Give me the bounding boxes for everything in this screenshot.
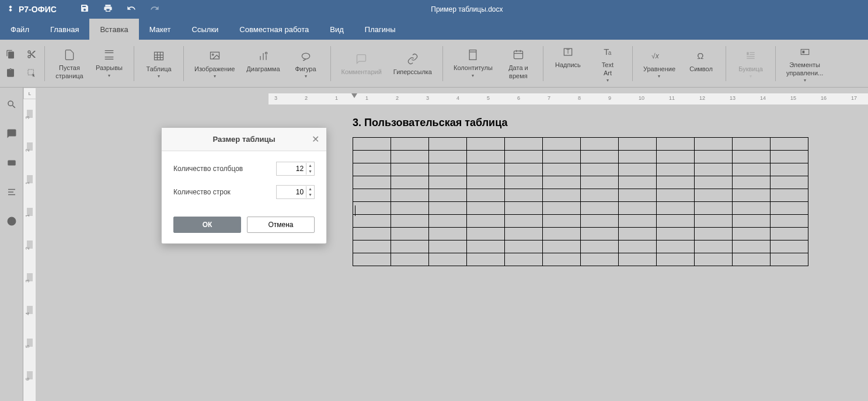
shape-button[interactable]: Фигура▾ <box>288 46 323 81</box>
menu-links[interactable]: Ссылки <box>182 19 229 40</box>
print-icon[interactable] <box>103 4 113 15</box>
cols-input[interactable] <box>277 165 306 173</box>
close-icon[interactable]: ✕ <box>312 134 319 145</box>
svg-text:√x: √x <box>651 52 660 60</box>
symbol-button[interactable]: Ω Символ <box>684 46 719 81</box>
svg-rect-35 <box>802 51 804 54</box>
headers-button[interactable]: Колонтитулы▾ <box>450 44 496 82</box>
chart-button[interactable]: Диаграмма <box>243 46 283 81</box>
headings-icon[interactable] <box>6 187 17 200</box>
svg-point-16 <box>302 53 309 59</box>
comment-button: Комментарий <box>338 48 385 78</box>
textbox-button[interactable]: T Надпись <box>550 41 585 85</box>
app-name: Р7-ОФИС <box>19 5 57 14</box>
horizontal-ruler[interactable]: 3211234567891011121314151617 <box>269 93 868 105</box>
indent-marker-icon[interactable] <box>351 93 357 99</box>
document-table[interactable] <box>353 137 808 266</box>
blank-page-button[interactable]: Пустая страница <box>52 44 87 82</box>
svg-rect-5 <box>155 52 163 60</box>
rows-spinner[interactable]: ▲▼ <box>276 185 315 199</box>
title-tools <box>80 4 159 15</box>
svg-point-11 <box>212 54 214 55</box>
textart-button[interactable]: Ta Text Art▾ <box>590 41 625 85</box>
menu-view[interactable]: Вид <box>319 19 354 40</box>
text-cursor <box>355 205 355 216</box>
controls-button[interactable]: Элементы управлени...▾ <box>783 41 827 85</box>
cut-icon[interactable] <box>25 47 39 61</box>
find-icon[interactable] <box>6 99 17 112</box>
document-heading[interactable]: 3. Пользовательская таблица <box>353 117 507 129</box>
menu-collab[interactable]: Совместная работа <box>229 19 319 40</box>
cancel-button[interactable]: Отмена <box>247 217 315 233</box>
paste-icon[interactable] <box>4 66 18 80</box>
menu-layout[interactable]: Макет <box>139 19 182 40</box>
ruler-corner: L <box>23 88 36 99</box>
undo-icon[interactable] <box>127 4 136 15</box>
save-icon[interactable] <box>80 4 89 15</box>
svg-text:Ω: Ω <box>697 51 703 61</box>
svg-rect-33 <box>747 52 748 55</box>
svg-rect-17 <box>470 50 477 60</box>
rows-label: Количество строк <box>173 188 231 196</box>
svg-rect-34 <box>801 50 809 55</box>
left-sidebar <box>0 88 23 401</box>
svg-rect-19 <box>514 51 522 59</box>
cols-up-icon[interactable]: ▲ <box>306 163 314 169</box>
cols-spinner[interactable]: ▲▼ <box>276 162 315 176</box>
menu-file[interactable]: Файл <box>0 19 40 40</box>
rows-up-icon[interactable]: ▲ <box>306 186 314 192</box>
menu-plugins[interactable]: Плагины <box>354 19 406 40</box>
ribbon: Пустая страница Разрывы▾ Таблица▾ Изобра… <box>0 40 868 88</box>
comments-icon[interactable] <box>6 128 17 141</box>
menubar: Файл Главная Вставка Макет Ссылки Совмес… <box>0 19 868 40</box>
ok-button[interactable]: ОК <box>173 217 241 233</box>
dialog-title: Размер таблицы <box>212 135 275 144</box>
rows-down-icon[interactable]: ▼ <box>306 192 314 198</box>
table-button[interactable]: Таблица▾ <box>141 46 176 81</box>
cols-down-icon[interactable]: ▼ <box>306 169 314 175</box>
table-size-dialog: Размер таблицы ✕ Количество столбцов ▲▼ … <box>161 127 327 244</box>
menu-home[interactable]: Главная <box>40 19 89 40</box>
image-button[interactable]: Изображение▾ <box>191 46 238 81</box>
chat-icon[interactable] <box>6 158 17 170</box>
breaks-button[interactable]: Разрывы▾ <box>92 44 127 82</box>
info-icon[interactable] <box>6 216 17 229</box>
svg-text:a: a <box>608 50 612 56</box>
cols-label: Количество столбцов <box>173 165 243 173</box>
vertical-ruler[interactable]: 321123456 <box>23 99 36 401</box>
equation-button[interactable]: √x Уравнение▾ <box>640 46 679 81</box>
redo-icon[interactable] <box>150 4 159 15</box>
dialog-header[interactable]: Размер таблицы ✕ <box>162 128 326 151</box>
copy-icon[interactable] <box>4 47 18 61</box>
app-logo: Р7-ОФИС <box>6 5 57 14</box>
hyperlink-button[interactable]: Гиперссылка <box>390 48 435 78</box>
dropcap-button: Буквица▾ <box>733 46 768 81</box>
document-title: Пример таблицы.docx <box>159 5 862 13</box>
datetime-button[interactable]: Дата и время <box>501 44 536 82</box>
select-icon[interactable] <box>25 66 39 80</box>
svg-rect-10 <box>210 52 219 59</box>
menu-insert[interactable]: Вставка <box>89 19 138 40</box>
svg-point-42 <box>11 219 12 219</box>
rows-input[interactable] <box>277 188 306 196</box>
logo-icon <box>6 5 15 14</box>
titlebar: Р7-ОФИС Пример таблицы.docx <box>0 0 868 19</box>
svg-rect-36 <box>8 161 16 166</box>
svg-text:T: T <box>566 49 570 55</box>
svg-point-15 <box>265 52 267 54</box>
